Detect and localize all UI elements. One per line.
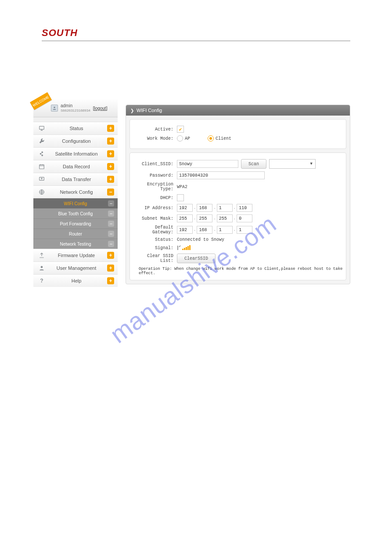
input-mask-1[interactable] xyxy=(177,214,193,222)
checkbox-active[interactable]: ✔ xyxy=(177,126,184,133)
scan-button[interactable]: Scan xyxy=(241,159,266,169)
user-icon xyxy=(38,265,46,271)
sidebar-subitem-label: Router xyxy=(69,232,82,236)
input-mask-2[interactable] xyxy=(197,214,212,222)
label-dhcp: DHCP: xyxy=(132,196,177,200)
sidebar-item-user-management[interactable]: User Management + xyxy=(33,261,118,274)
input-gw-3[interactable] xyxy=(217,226,233,234)
sidebar-subitem-label: Blue Tooth Config xyxy=(58,211,93,216)
content-title: WIFI Config xyxy=(137,108,162,113)
sidebar-item-label: Satellite Information xyxy=(46,151,107,156)
sidebar-item-label: User Management xyxy=(46,265,107,271)
expand-icon[interactable]: + xyxy=(107,277,114,284)
svg-rect-6 xyxy=(182,249,183,250)
label-active: Active: xyxy=(132,127,177,132)
sidebar-item-satellite[interactable]: Satellite Information + xyxy=(33,147,118,160)
svg-rect-7 xyxy=(184,248,185,250)
sidebar-subitem-bluetooth-config[interactable]: Blue Tooth Config − xyxy=(33,208,118,218)
transfer-icon xyxy=(38,176,46,182)
input-ip-4[interactable] xyxy=(237,204,252,212)
wrench-icon xyxy=(38,138,46,144)
expand-icon[interactable]: + xyxy=(107,163,114,170)
label-client: Client xyxy=(216,136,231,141)
value-status: Connected to Snowy xyxy=(177,237,224,242)
svg-point-5 xyxy=(41,266,43,268)
sidebar-item-label: Data Transfer xyxy=(46,177,107,182)
user-id: S66263123168934 xyxy=(61,108,90,113)
checkbox-dhcp[interactable]: ✔ xyxy=(177,194,184,201)
ssid-select[interactable]: ▼ xyxy=(269,159,316,169)
sidebar-item-label: Network Config xyxy=(46,189,107,195)
content-header: ❯ WIFI Config xyxy=(126,105,350,116)
avatar-icon xyxy=(51,105,58,112)
sidebar-item-data-record[interactable]: Data Record + xyxy=(33,160,118,173)
help-icon: ? xyxy=(38,278,46,284)
sidebar: WELCOME admin S66263123168934 [logout] S… xyxy=(33,99,118,287)
sidebar-gap xyxy=(33,117,118,122)
expand-icon[interactable]: + xyxy=(107,176,114,183)
input-ip-3[interactable] xyxy=(217,204,233,212)
sidebar-item-help[interactable]: ? Help + xyxy=(33,274,118,287)
sidebar-subitem-wifi-config[interactable]: WIFI Config − xyxy=(33,198,118,208)
input-client-ssid[interactable] xyxy=(177,160,238,168)
collapse-icon: − xyxy=(108,231,114,237)
sidebar-item-firmware-update[interactable]: Firmware Update + xyxy=(33,249,118,261)
upload-icon xyxy=(38,252,46,258)
label-signal: Signal: xyxy=(132,246,177,250)
input-gw-2[interactable] xyxy=(197,226,212,234)
chevron-right-icon: ❯ xyxy=(130,108,134,113)
welcome-panel: WELCOME admin S66263123168934 [logout] xyxy=(33,99,118,117)
label-status: Status: xyxy=(132,237,177,242)
sidebar-subitem-router[interactable]: Router − xyxy=(33,229,118,239)
sidebar-item-network-config[interactable]: Network Config − xyxy=(33,185,118,198)
sidebar-item-label: Configuration xyxy=(46,138,107,144)
clear-ssid-button[interactable]: ClearSSID xyxy=(177,254,216,263)
input-mask-4[interactable] xyxy=(237,214,252,222)
collapse-icon: − xyxy=(108,221,114,227)
input-gw-1[interactable] xyxy=(177,226,193,234)
expand-icon[interactable]: + xyxy=(107,150,114,157)
sidebar-item-configuration[interactable]: Configuration + xyxy=(33,134,118,147)
radio-ap[interactable] xyxy=(177,135,183,141)
svg-rect-10 xyxy=(189,245,191,250)
radio-client[interactable] xyxy=(208,135,214,141)
chevron-down-icon: ▼ xyxy=(310,162,313,166)
input-password[interactable] xyxy=(177,171,265,179)
label-ap: AP xyxy=(185,136,190,141)
collapse-icon: − xyxy=(108,200,114,207)
sidebar-subitem-label: Network Testing xyxy=(60,242,91,247)
panel-mode: Active: ✔ Work Mode: AP Client xyxy=(129,119,346,149)
sidebar-item-data-transfer[interactable]: Data Transfer + xyxy=(33,173,118,185)
label-ip-address: IP Address: xyxy=(132,206,177,210)
label-work-mode: Work Mode: xyxy=(132,136,177,141)
input-mask-3[interactable] xyxy=(217,214,233,222)
collapse-icon[interactable]: − xyxy=(107,189,114,196)
label-encryption-type: Encryption Type: xyxy=(132,182,177,192)
calendar-icon xyxy=(38,163,46,170)
expand-icon[interactable]: + xyxy=(107,125,114,132)
expand-icon[interactable]: + xyxy=(107,265,114,272)
input-ip-1[interactable] xyxy=(177,204,193,212)
sidebar-item-label: Help xyxy=(46,278,107,283)
label-password: Password: xyxy=(132,173,177,178)
sidebar-subitem-label: Port Forwarding xyxy=(60,221,91,226)
input-ip-2[interactable] xyxy=(197,204,212,212)
collapse-icon: − xyxy=(108,210,114,217)
input-gw-4[interactable] xyxy=(237,226,252,234)
welcome-ribbon: WELCOME xyxy=(30,92,52,110)
sidebar-subitem-port-forwarding[interactable]: Port Forwarding − xyxy=(33,218,118,229)
expand-icon[interactable]: + xyxy=(107,138,114,145)
satellite-icon xyxy=(38,151,46,157)
label-default-gateway: Default Gateway: xyxy=(132,225,177,235)
sidebar-subitem-network-testing[interactable]: Network Testing − xyxy=(33,239,118,249)
sidebar-item-label: Status xyxy=(46,126,107,131)
sidebar-item-status[interactable]: Status + xyxy=(33,122,118,134)
label-subnet-mask: Subnet Mask: xyxy=(132,216,177,221)
monitor-icon xyxy=(38,125,46,131)
svg-rect-8 xyxy=(186,247,187,250)
svg-rect-1 xyxy=(40,126,44,129)
user-name: admin xyxy=(61,103,90,108)
svg-point-0 xyxy=(54,107,55,108)
logout-link[interactable]: [logout] xyxy=(93,106,108,111)
expand-icon[interactable]: + xyxy=(107,252,114,259)
